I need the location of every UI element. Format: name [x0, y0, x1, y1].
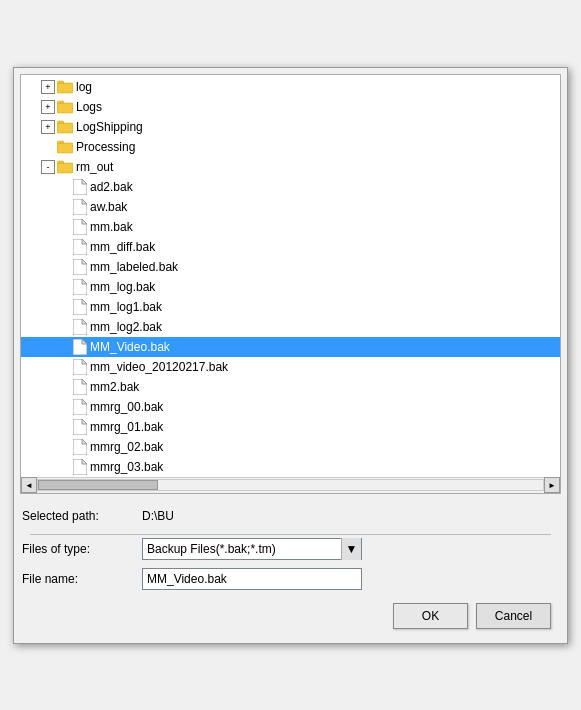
folder-icon	[57, 160, 73, 174]
item-label: mmrg_02.bak	[90, 440, 163, 454]
files-of-type-value: Backup Files(*.bak;*.tm)	[143, 542, 341, 556]
file-icon	[73, 279, 87, 295]
separator-1	[30, 534, 551, 535]
tree-item-log[interactable]: + log	[21, 77, 560, 97]
files-of-type-row: Files of type: Backup Files(*.bak;*.tm) …	[22, 537, 559, 561]
tree-item-awbak[interactable]: aw.bak	[21, 197, 560, 217]
svg-rect-3	[57, 143, 73, 153]
file-tree-panel: + log+ Logs+ LogShipping Processing- rm_…	[20, 74, 561, 494]
tree-item-mm2bak[interactable]: mm2.bak	[21, 377, 560, 397]
tree-item-rm_out[interactable]: - rm_out	[21, 157, 560, 177]
ok-button[interactable]: OK	[393, 603, 468, 629]
item-label: Logs	[76, 100, 102, 114]
file-icon	[73, 179, 87, 195]
svg-marker-18	[82, 299, 87, 304]
item-label: aw.bak	[90, 200, 127, 214]
hscroll-track[interactable]	[37, 479, 544, 491]
tree-item-mm_labeledbak[interactable]: mm_labeled.bak	[21, 257, 560, 277]
file-name-row: File name:	[22, 567, 559, 591]
file-icon	[73, 299, 87, 315]
tree-item-mmrg_02bak[interactable]: mmrg_02.bak	[21, 437, 560, 457]
svg-marker-12	[82, 239, 87, 244]
item-label: mm_video_20120217.bak	[90, 360, 228, 374]
file-icon	[73, 459, 87, 475]
svg-marker-28	[82, 399, 87, 404]
item-label: Processing	[76, 140, 135, 154]
tree-item-ad2bak[interactable]: ad2.bak	[21, 177, 560, 197]
expand-button[interactable]: -	[41, 160, 55, 174]
item-label: MM_Video.bak	[90, 340, 170, 354]
tree-scroll[interactable]: + log+ Logs+ LogShipping Processing- rm_…	[21, 75, 560, 477]
folder-icon	[57, 100, 73, 114]
item-label: mmrg_03.bak	[90, 460, 163, 474]
tree-item-mmrg_03bak[interactable]: mmrg_03.bak	[21, 457, 560, 477]
svg-marker-6	[82, 179, 87, 184]
file-icon	[73, 419, 87, 435]
tree-item-mm_diffbak[interactable]: mm_diff.bak	[21, 237, 560, 257]
file-icon	[73, 439, 87, 455]
item-label: LogShipping	[76, 120, 143, 134]
expand-button[interactable]: +	[41, 80, 55, 94]
selected-path-value: D:\BU	[142, 509, 174, 523]
item-label: mm_diff.bak	[90, 240, 155, 254]
tree-item-mm_log1bak[interactable]: mm_log1.bak	[21, 297, 560, 317]
svg-rect-4	[57, 163, 73, 173]
tree-item-mm_video_20120217bak[interactable]: mm_video_20120217.bak	[21, 357, 560, 377]
tree-item-mm_log2bak[interactable]: mm_log2.bak	[21, 317, 560, 337]
item-label: ad2.bak	[90, 180, 133, 194]
svg-rect-2	[57, 123, 73, 133]
item-label: mmrg_00.bak	[90, 400, 163, 414]
svg-marker-30	[82, 419, 87, 424]
svg-marker-20	[82, 319, 87, 324]
tree-item-mmbak[interactable]: mm.bak	[21, 217, 560, 237]
open-dialog: + log+ Logs+ LogShipping Processing- rm_…	[13, 67, 568, 644]
svg-marker-26	[82, 379, 87, 384]
file-name-label: File name:	[22, 572, 142, 586]
selected-path-row: Selected path: D:\BU	[22, 504, 559, 528]
item-label: mm_log2.bak	[90, 320, 162, 334]
horizontal-scrollbar: ◄ ►	[21, 477, 560, 493]
svg-marker-34	[82, 459, 87, 464]
scroll-right-button[interactable]: ►	[544, 477, 560, 493]
hscroll-thumb[interactable]	[38, 480, 158, 490]
folder-icon	[57, 80, 73, 94]
file-icon	[73, 339, 87, 355]
dropdown-arrow-icon[interactable]: ▼	[341, 538, 361, 560]
file-icon	[73, 259, 87, 275]
item-label: log	[76, 80, 92, 94]
button-row: OK Cancel	[22, 597, 559, 637]
tree-item-logshipping[interactable]: + LogShipping	[21, 117, 560, 137]
file-icon	[73, 319, 87, 335]
svg-marker-22	[82, 339, 87, 344]
item-label: mm_log.bak	[90, 280, 155, 294]
file-icon	[73, 199, 87, 215]
svg-marker-32	[82, 439, 87, 444]
folder-icon	[57, 120, 73, 134]
cancel-button[interactable]: Cancel	[476, 603, 551, 629]
file-icon	[73, 399, 87, 415]
tree-item-processing[interactable]: Processing	[21, 137, 560, 157]
tree-item-mm_logbak[interactable]: mm_log.bak	[21, 277, 560, 297]
svg-rect-0	[57, 83, 73, 93]
files-of-type-label: Files of type:	[22, 542, 142, 556]
item-label: mm2.bak	[90, 380, 139, 394]
expand-button[interactable]: +	[41, 120, 55, 134]
svg-marker-14	[82, 259, 87, 264]
item-label: mm.bak	[90, 220, 133, 234]
tree-item-logs[interactable]: + Logs	[21, 97, 560, 117]
tree-item-mm_videobak[interactable]: MM_Video.bak	[21, 337, 560, 357]
tree-item-mmrg_01bak[interactable]: mmrg_01.bak	[21, 417, 560, 437]
file-icon	[73, 359, 87, 375]
scroll-left-button[interactable]: ◄	[21, 477, 37, 493]
file-icon	[73, 379, 87, 395]
file-icon	[73, 219, 87, 235]
info-panel: Selected path: D:\BU Files of type: Back…	[14, 498, 567, 643]
file-name-input[interactable]	[142, 568, 362, 590]
tree-item-mmrg_00bak[interactable]: mmrg_00.bak	[21, 397, 560, 417]
item-label: rm_out	[76, 160, 113, 174]
folder-icon	[57, 140, 73, 154]
selected-path-label: Selected path:	[22, 509, 142, 523]
files-of-type-dropdown[interactable]: Backup Files(*.bak;*.tm) ▼	[142, 538, 362, 560]
svg-marker-24	[82, 359, 87, 364]
expand-button[interactable]: +	[41, 100, 55, 114]
